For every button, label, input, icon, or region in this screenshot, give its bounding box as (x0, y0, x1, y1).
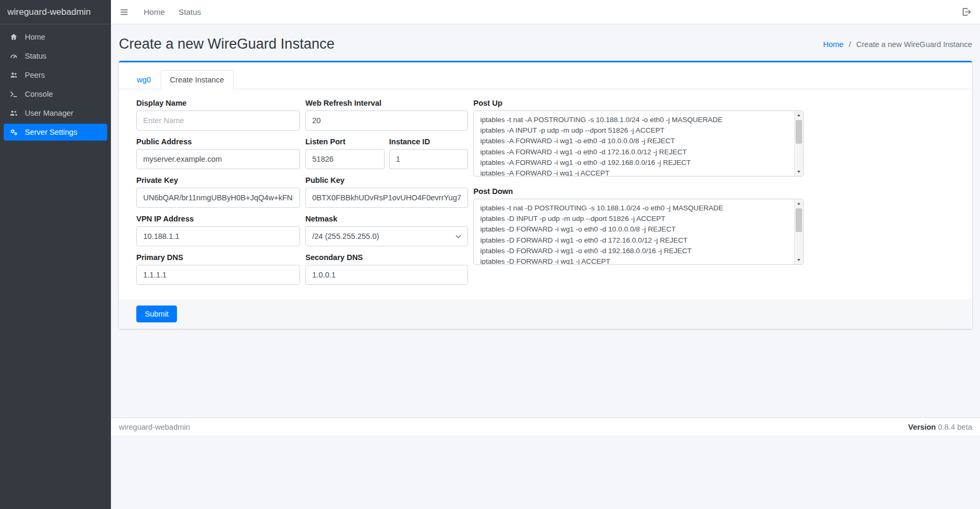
netmask-selected-value: /24 (255.255.255.0) (312, 232, 379, 240)
vpn-ip-label: VPN IP Address (136, 215, 300, 223)
netmask-select[interactable]: /24 (255.255.255.0) (305, 226, 468, 246)
breadcrumb: Home / Create a new WireGuard Instance (823, 40, 972, 49)
post-up-group: Post Up iptables -t nat -A POSTROUTING -… (473, 99, 804, 177)
sidebar-item-label: Home (25, 33, 45, 41)
netmask-group: Netmask /24 (255.255.255.0) (305, 215, 468, 246)
netmask-label: Netmask (305, 215, 468, 223)
web-refresh-input[interactable] (305, 110, 468, 131)
topnav-link-home[interactable]: Home (144, 7, 165, 16)
public-key-input[interactable] (305, 188, 468, 208)
main-column: Home Status Create a new WireGuard Insta… (111, 0, 980, 509)
form-column-2: Web Refresh Interval Listen Port Instanc… (305, 99, 468, 292)
sidebar-item-home[interactable]: Home (4, 29, 107, 45)
scrollbar-thumb[interactable] (796, 208, 802, 232)
scroll-up-arrow-icon[interactable] (795, 111, 803, 119)
display-name-input[interactable] (136, 110, 300, 131)
public-address-label: Public Address (136, 137, 300, 146)
breadcrumb-current: Create a new WireGuard Instance (856, 40, 972, 49)
sidebar-item-user-manager[interactable]: User Manager (4, 105, 107, 122)
post-down-scrollbar[interactable] (794, 199, 803, 264)
post-down-textarea[interactable]: iptables -t nat -D POSTROUTING -s 10.188… (473, 199, 804, 265)
top-navbar: Home Status (111, 0, 980, 24)
sidebar-item-console[interactable]: Console (4, 86, 107, 103)
web-refresh-label: Web Refresh Interval (305, 99, 468, 107)
public-key-group: Public Key (305, 176, 468, 208)
gears-icon (8, 128, 19, 136)
secondary-dns-group: Secondary DNS (305, 253, 468, 285)
form-column-3: Post Up iptables -t nat -A POSTROUTING -… (473, 99, 804, 272)
port-id-row: Listen Port Instance ID (305, 137, 468, 169)
scrollbar-thumb[interactable] (796, 120, 802, 144)
web-refresh-group: Web Refresh Interval (305, 99, 468, 131)
instance-id-group: Instance ID (389, 137, 469, 169)
sidebar-item-label: Server Settings (25, 128, 77, 136)
sign-out-icon[interactable] (962, 7, 972, 17)
hamburger-icon[interactable] (119, 7, 130, 17)
home-icon (8, 33, 19, 41)
vpn-ip-group: VPN IP Address (136, 215, 300, 246)
user-manager-icon (8, 109, 19, 117)
instance-id-label: Instance ID (389, 137, 469, 146)
sidebar: wireguard-webadmin Home Status Peers (0, 0, 111, 509)
display-name-label: Display Name (136, 99, 300, 107)
primary-dns-input[interactable] (136, 265, 300, 285)
sidebar-item-label: Console (25, 90, 53, 98)
public-address-group: Public Address (136, 137, 300, 169)
scroll-down-arrow-icon[interactable] (795, 256, 803, 264)
page-title: Create a new WireGuard Instance (119, 36, 334, 52)
page-header: Create a new WireGuard Instance Home / C… (119, 36, 972, 52)
public-address-input[interactable] (136, 149, 300, 169)
breadcrumb-separator: / (849, 40, 851, 49)
card-header: wg0 Create Instance (119, 62, 972, 89)
vpn-ip-input[interactable] (136, 226, 300, 246)
sidebar-item-status[interactable]: Status (4, 48, 107, 64)
sidebar-item-peers[interactable]: Peers (4, 67, 107, 84)
peers-users-icon (8, 71, 19, 79)
tab-wg0[interactable]: wg0 (127, 70, 161, 89)
listen-port-label: Listen Port (305, 137, 385, 146)
instance-form: Display Name Public Address Private Key (136, 99, 955, 292)
footer-version-label: Version (908, 423, 936, 431)
public-key-label: Public Key (305, 176, 468, 184)
private-key-input[interactable] (136, 188, 300, 208)
footer-brand: wireguard-webadmin (119, 423, 190, 431)
display-name-group: Display Name (136, 99, 300, 131)
card-body: Display Name Public Address Private Key (119, 89, 972, 292)
console-terminal-icon (8, 90, 19, 98)
post-up-label: Post Up (473, 99, 804, 107)
footer-version: Version 0.8.4 beta (908, 423, 972, 431)
submit-button[interactable]: Submit (136, 306, 177, 322)
scroll-down-arrow-icon[interactable] (795, 168, 803, 176)
instance-tabs: wg0 Create Instance (127, 70, 964, 89)
private-key-label: Private Key (136, 176, 300, 184)
chevron-down-icon (456, 233, 461, 238)
status-gauge-icon (8, 52, 19, 60)
tab-create-instance[interactable]: Create Instance (161, 70, 234, 89)
sidebar-nav: Home Status Peers Console (0, 24, 111, 147)
sidebar-item-label: User Manager (25, 109, 73, 117)
listen-port-input[interactable] (305, 149, 385, 169)
form-column-1: Display Name Public Address Private Key (136, 99, 300, 292)
post-up-scrollbar[interactable] (794, 111, 803, 176)
sidebar-item-label: Status (25, 52, 46, 60)
topnav-link-status[interactable]: Status (179, 7, 201, 16)
footer-version-value: 0.8.4 beta (938, 423, 973, 431)
secondary-dns-input[interactable] (305, 265, 468, 285)
sidebar-brand[interactable]: wireguard-webadmin (0, 0, 111, 24)
page-footer: wireguard-webadmin Version 0.8.4 beta (111, 418, 980, 436)
app-root: wireguard-webadmin Home Status Peers (0, 0, 980, 509)
secondary-dns-label: Secondary DNS (305, 253, 468, 262)
primary-dns-label: Primary DNS (136, 253, 300, 262)
instance-id-input[interactable] (389, 149, 469, 169)
sidebar-item-server-settings[interactable]: Server Settings (4, 124, 107, 141)
post-down-content: iptables -t nat -D POSTROUTING -s 10.188… (474, 199, 803, 264)
post-down-group: Post Down iptables -t nat -D POSTROUTING… (473, 187, 804, 265)
breadcrumb-home-link[interactable]: Home (823, 40, 844, 49)
primary-dns-group: Primary DNS (136, 253, 300, 285)
content-area: Create a new WireGuard Instance Home / C… (111, 24, 980, 338)
post-up-textarea[interactable]: iptables -t nat -A POSTROUTING -s 10.188… (473, 110, 804, 177)
scroll-up-arrow-icon[interactable] (795, 199, 803, 208)
post-up-content: iptables -t nat -A POSTROUTING -s 10.188… (474, 111, 803, 176)
post-down-label: Post Down (473, 187, 804, 196)
private-key-group: Private Key (136, 176, 300, 208)
